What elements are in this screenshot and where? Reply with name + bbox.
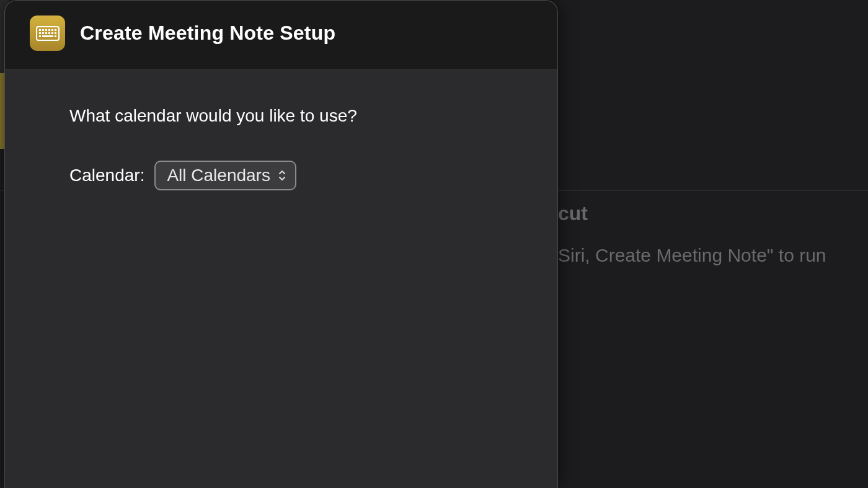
svg-rect-9 xyxy=(45,32,47,34)
svg-rect-10 xyxy=(48,32,50,34)
svg-rect-6 xyxy=(55,29,56,31)
modal-title: Create Meeting Note Setup xyxy=(80,22,335,45)
svg-rect-4 xyxy=(48,29,50,31)
svg-rect-15 xyxy=(55,35,56,37)
svg-rect-5 xyxy=(51,29,53,31)
svg-rect-2 xyxy=(42,29,44,31)
chevron-up-down-icon xyxy=(278,170,286,181)
svg-rect-14 xyxy=(42,35,53,37)
setup-prompt: What calendar would you like to use? xyxy=(69,106,495,126)
setup-modal: Create Meeting Note Setup What calendar … xyxy=(4,0,558,488)
modal-header: Create Meeting Note Setup xyxy=(5,1,557,69)
svg-rect-11 xyxy=(51,32,53,34)
calendar-field-label: Calendar: xyxy=(69,166,144,185)
svg-rect-3 xyxy=(45,29,47,31)
calendar-select[interactable]: All Calendars xyxy=(154,161,296,190)
background-shortcut-title-fragment: cut xyxy=(558,202,588,225)
svg-rect-12 xyxy=(55,32,56,34)
calendar-select-value: All Calendars xyxy=(167,166,270,185)
calendar-field-row: Calendar: All Calendars xyxy=(69,161,495,190)
svg-rect-1 xyxy=(39,29,41,31)
keyboard-icon xyxy=(30,16,65,51)
svg-rect-8 xyxy=(42,32,44,34)
svg-rect-7 xyxy=(39,32,41,34)
background-shortcut-text-fragment: Siri, Create Meeting Note" to run xyxy=(558,245,826,266)
modal-body: What calendar would you like to use? Cal… xyxy=(5,70,557,488)
svg-rect-13 xyxy=(39,35,41,37)
